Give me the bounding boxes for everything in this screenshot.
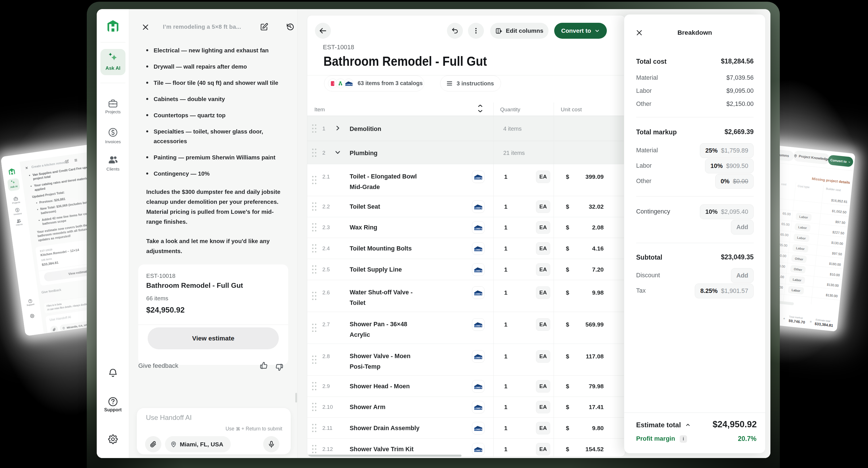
svg-text:LOWE'S: LOWE'S bbox=[474, 407, 482, 409]
svg-text:LOWE'S: LOWE'S bbox=[474, 357, 482, 359]
svg-text:LOWE'S: LOWE'S bbox=[346, 84, 352, 85]
svg-text:LOWE'S: LOWE'S bbox=[474, 387, 482, 388]
svg-text:LOWE'S: LOWE'S bbox=[474, 449, 482, 451]
svg-text:LOWE'S: LOWE'S bbox=[474, 325, 482, 327]
svg-text:LOWE'S: LOWE'S bbox=[474, 293, 482, 295]
svg-text:LOWE'S: LOWE'S bbox=[474, 177, 482, 179]
svg-text:LOWE'S: LOWE'S bbox=[474, 429, 482, 431]
svg-text:LOWE'S: LOWE'S bbox=[474, 228, 482, 230]
svg-text:LOWE'S: LOWE'S bbox=[474, 270, 482, 272]
svg-text:LOWE'S: LOWE'S bbox=[474, 207, 482, 209]
svg-text:LOWE'S: LOWE'S bbox=[474, 249, 482, 251]
